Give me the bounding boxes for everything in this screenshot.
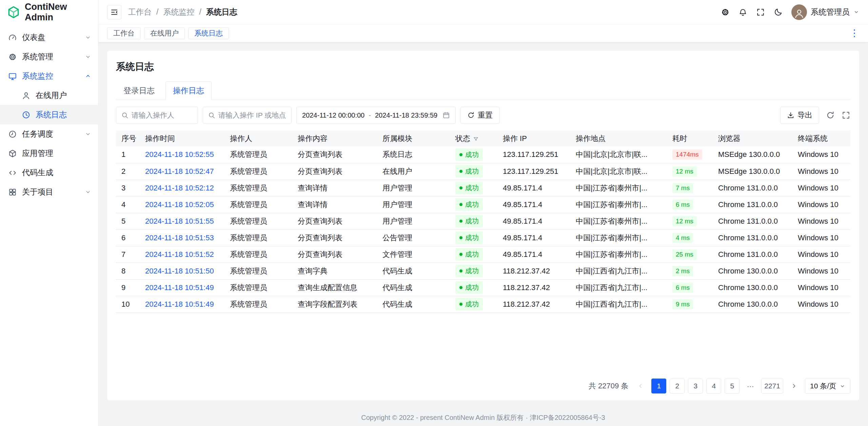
column-header: 终端系统 [792,130,850,146]
cell-time-link[interactable]: 2024-11-18 10:52:55 [140,146,224,163]
cell-status: 成功 [450,263,497,279]
sidebar-item-label: 代码生成 [22,167,53,178]
cell-location: 中国|江苏省|泰州市|... [570,246,667,263]
cell-time-link[interactable]: 2024-11-18 10:52:12 [140,180,224,196]
settings-button[interactable] [721,8,730,17]
sidebar-subitem-user[interactable]: 在线用户 [0,86,98,105]
total-count: 共 22709 条 [589,381,628,391]
reset-label: 重置 [478,110,493,120]
sidebar-item-apps[interactable]: 应用管理 [0,144,98,163]
breadcrumb-item[interactable]: 系统监控 [163,7,194,17]
filter-toolbar: 2024-11-12 00:00:00 - 2024-11-18 23:59:5… [116,107,850,124]
cell-time-link[interactable]: 2024-11-18 10:52:47 [140,163,224,180]
log-tab[interactable]: 登录日志 [116,81,162,100]
page-button[interactable]: 3 [688,379,703,393]
cell-module: 代码生成 [377,263,450,279]
table-row: 32024-11-18 10:52:12系统管理员查询详情用户管理成功49.85… [116,180,850,196]
app-logo-icon [7,5,20,19]
user-icon [22,91,31,100]
status-dot [459,303,462,306]
nav-tab[interactable]: 系统日志 [188,27,229,39]
sidebar-item-label: 应用管理 [22,148,53,159]
tab-more-icon[interactable]: ⋮ [850,28,859,38]
moon-button[interactable] [774,8,783,17]
ip-search-box[interactable] [203,107,292,124]
cell-cost: 12 ms [667,213,713,229]
table-fullscreen-button[interactable] [842,111,850,120]
topbar: 工作台/系统监控/系统日志 系统管理员 [98,0,868,24]
cell-time-link[interactable]: 2024-11-18 10:51:55 [140,213,224,229]
nav-tab[interactable]: 工作台 [107,27,141,39]
cost-badge: 9 ms [672,299,693,309]
cell-time-link[interactable]: 2024-11-18 10:52:05 [140,196,224,213]
cell-cost: 6 ms [667,196,713,213]
cell-cost: 7 ms [667,180,713,196]
filter-icon[interactable] [473,136,479,142]
cost-badge: 6 ms [672,200,693,210]
cell-time-link[interactable]: 2024-11-18 10:51:49 [140,279,224,296]
sidebar-item-monitor[interactable]: 系统监控 [0,66,98,86]
cell-operator: 系统管理员 [224,146,292,163]
prev-page-button[interactable] [633,379,648,393]
status-badge: 成功 [455,231,483,244]
cell-location: 中国|江苏省|泰州市|... [570,213,667,229]
column-header: 序号 [116,130,140,146]
collapse-sidebar-button[interactable] [107,5,121,19]
breadcrumb-item[interactable]: 系统日志 [206,7,237,17]
status-dot [459,286,462,289]
cell-location: 中国|江苏省|泰州市|... [570,196,667,213]
menu-fold-icon [110,8,118,16]
cell-module: 代码生成 [377,296,450,312]
export-button[interactable]: 导出 [780,107,819,124]
date-range-picker[interactable]: 2024-11-12 00:00:00 - 2024-11-18 23:59:5… [296,107,456,124]
reset-button[interactable]: 重置 [460,107,499,124]
last-page-button[interactable]: 2271 [761,379,783,393]
ip-search-input[interactable] [218,111,287,119]
sidebar-item-schedule[interactable]: 任务调度 [0,124,98,144]
cell-index: 6 [116,229,140,246]
cell-cost: 25 ms [667,246,713,263]
sidebar-item-code[interactable]: 代码生成 [0,163,98,182]
table-row: 72024-11-18 10:51:52系统管理员分页查询列表文件管理成功49.… [116,246,850,263]
cell-location: 中国|江西省|九江市|... [570,263,667,279]
cell-os: Windows 10 [792,279,850,296]
app-logo[interactable]: ContiNew Admin [0,0,98,24]
breadcrumb-item[interactable]: 工作台 [128,7,152,17]
log-tab[interactable]: 操作日志 [165,81,212,100]
page-button[interactable]: 2 [670,379,685,393]
operator-search-box[interactable] [116,107,198,124]
search-icon [208,111,215,119]
chevron-down-icon [85,54,91,60]
status-badge: 成功 [455,215,483,227]
cell-os: Windows 10 [792,229,850,246]
cell-module: 在线用户 [377,163,450,180]
column-header: 操作 IP [497,130,570,146]
next-page-button[interactable] [787,379,802,393]
bell-button[interactable] [738,8,747,17]
cell-time-link[interactable]: 2024-11-18 10:51:50 [140,263,224,279]
date-separator: - [369,111,371,119]
cell-browser: MSEdge 130.0.0.0 [713,163,792,180]
sidebar-item-settings[interactable]: 系统管理 [0,47,98,66]
page-size-select[interactable]: 10 条/页 [805,379,850,393]
cell-time-link[interactable]: 2024-11-18 10:51:49 [140,296,224,312]
page-button[interactable]: 5 [725,379,739,393]
sidebar-item-dashboard[interactable]: 仪表盘 [0,28,98,47]
refresh-table-button[interactable] [826,111,835,120]
cell-ip: 123.117.129.251 [497,163,570,180]
nav-tab[interactable]: 在线用户 [144,27,185,39]
sidebar-subitem-history[interactable]: 系统日志 [0,105,98,124]
page-button[interactable]: 4 [706,379,721,393]
operator-search-input[interactable] [132,111,193,119]
table-header-row: 序号操作时间操作人操作内容所属模块状态操作 IP操作地点耗时浏览器终端系统 [116,130,850,146]
user-menu[interactable]: 系统管理员 [791,4,859,20]
log-type-tabs: 登录日志操作日志 [116,81,850,100]
fullscreen-button[interactable] [756,8,765,17]
page-button[interactable]: 1 [651,379,666,393]
sidebar-item-project[interactable]: 关于项目 [0,182,98,202]
cell-index: 4 [116,196,140,213]
cell-status: 成功 [450,246,497,263]
cell-time-link[interactable]: 2024-11-18 10:51:52 [140,246,224,263]
cell-time-link[interactable]: 2024-11-18 10:51:53 [140,229,224,246]
page-ellipsis[interactable]: ··· [743,379,758,393]
